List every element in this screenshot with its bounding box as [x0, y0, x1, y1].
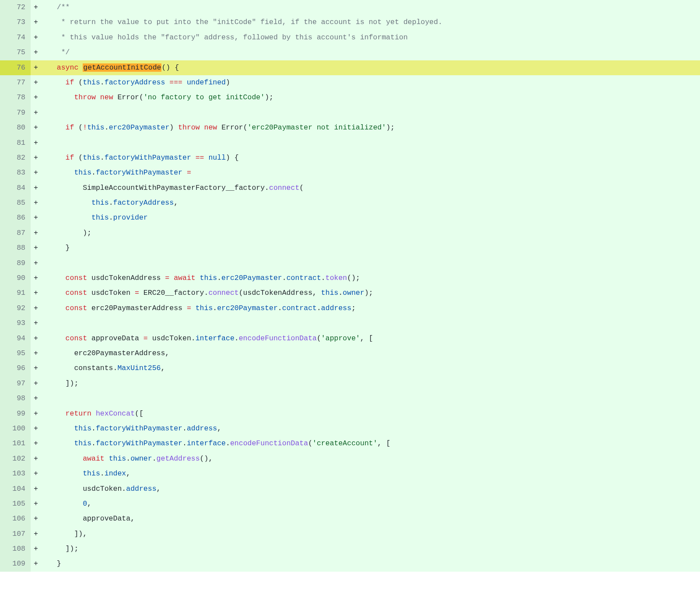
line-number[interactable]: 104 — [0, 482, 31, 496]
code-content[interactable]: await this.owner.getAddress(), — [41, 451, 700, 466]
code-content[interactable]: if (this.factoryAddress === undefined) — [41, 75, 700, 90]
line-number[interactable]: 107 — [0, 527, 31, 542]
code-content[interactable]: ]); — [41, 542, 700, 556]
diff-row[interactable]: 99+ return hexConcat([ — [0, 406, 700, 421]
line-number[interactable]: 90 — [0, 271, 31, 286]
code-content[interactable]: SimpleAccountWithPaymasterFactory__facto… — [41, 181, 700, 196]
diff-row[interactable]: 107+ ]), — [0, 527, 700, 542]
diff-row[interactable]: 102+ await this.owner.getAddress(), — [0, 451, 700, 466]
code-content[interactable]: usdcToken.address, — [41, 482, 700, 496]
diff-row[interactable]: 72+ /** — [0, 0, 700, 15]
diff-row[interactable]: 89+ — [0, 256, 700, 271]
code-content[interactable]: const usdcToken = ERC20__factory.connect… — [41, 286, 700, 301]
diff-row[interactable]: 92+ const erc20PaymasterAddress = this.e… — [0, 301, 700, 316]
line-number[interactable]: 86 — [0, 210, 31, 225]
code-content[interactable]: } — [41, 556, 700, 571]
code-content[interactable] — [41, 136, 700, 150]
line-number[interactable]: 93 — [0, 316, 31, 331]
code-content[interactable]: approveData, — [41, 511, 700, 526]
line-number[interactable]: 97 — [0, 376, 31, 391]
line-number[interactable]: 78 — [0, 90, 31, 105]
code-content[interactable]: const usdcTokenAddress = await this.erc2… — [41, 271, 700, 286]
diff-row[interactable]: 75+ */ — [0, 45, 700, 60]
line-number[interactable]: 106 — [0, 511, 31, 526]
line-number[interactable]: 101 — [0, 436, 31, 451]
line-number[interactable]: 89 — [0, 256, 31, 271]
line-number[interactable]: 91 — [0, 286, 31, 301]
code-content[interactable] — [41, 391, 700, 406]
line-number[interactable]: 87 — [0, 226, 31, 241]
diff-row[interactable]: 97+ ]); — [0, 376, 700, 391]
code-content[interactable]: const erc20PaymasterAddress = this.erc20… — [41, 301, 700, 316]
diff-row[interactable]: 105+ 0, — [0, 496, 700, 511]
diff-row[interactable]: 103+ this.index, — [0, 466, 700, 481]
diff-row[interactable]: 95+ erc20PaymasterAddress, — [0, 346, 700, 361]
line-number[interactable]: 88 — [0, 241, 31, 255]
diff-row[interactable]: 79+ — [0, 105, 700, 120]
code-content[interactable]: this.factoryWithPaymaster.address, — [41, 421, 700, 436]
line-number[interactable]: 83 — [0, 165, 31, 180]
diff-row[interactable]: 93+ — [0, 316, 700, 331]
code-content[interactable]: if (!this.erc20Paymaster) throw new Erro… — [41, 120, 700, 135]
line-number[interactable]: 100 — [0, 421, 31, 436]
line-number[interactable]: 80 — [0, 120, 31, 135]
diff-row[interactable]: 88+ } — [0, 241, 700, 255]
diff-row[interactable]: 94+ const approveData = usdcToken.interf… — [0, 331, 700, 346]
line-number[interactable]: 99 — [0, 406, 31, 421]
line-number[interactable]: 105 — [0, 496, 31, 511]
diff-row[interactable]: 78+ throw new Error('no factory to get i… — [0, 90, 700, 105]
line-number[interactable]: 103 — [0, 466, 31, 481]
line-number[interactable]: 95 — [0, 346, 31, 361]
line-number[interactable]: 98 — [0, 391, 31, 406]
line-number[interactable]: 73 — [0, 15, 31, 30]
line-number[interactable]: 85 — [0, 196, 31, 210]
diff-row[interactable]: 77+ if (this.factoryAddress === undefine… — [0, 75, 700, 90]
code-content[interactable]: /** — [41, 0, 700, 15]
line-number[interactable]: 108 — [0, 542, 31, 556]
diff-row[interactable]: 96+ constants.MaxUint256, — [0, 361, 700, 376]
diff-row[interactable]: 91+ const usdcToken = ERC20__factory.con… — [0, 286, 700, 301]
diff-row[interactable]: 81+ — [0, 136, 700, 150]
diff-row[interactable]: 86+ this.provider — [0, 210, 700, 225]
diff-row[interactable]: 98+ — [0, 391, 700, 406]
code-content[interactable] — [41, 256, 700, 271]
line-number[interactable]: 76 — [0, 60, 31, 75]
code-content[interactable]: 0, — [41, 496, 700, 511]
code-content[interactable]: ); — [41, 226, 700, 241]
line-number[interactable]: 77 — [0, 75, 31, 90]
code-content[interactable]: ]); — [41, 376, 700, 391]
code-content[interactable]: * return the value to put into the "init… — [41, 15, 700, 30]
code-content[interactable]: throw new Error('no factory to get initC… — [41, 90, 700, 105]
diff-row[interactable]: 106+ approveData, — [0, 511, 700, 526]
diff-row[interactable]: 108+ ]); — [0, 542, 700, 556]
code-content[interactable] — [41, 316, 700, 331]
diff-row[interactable]: 84+ SimpleAccountWithPaymasterFactory__f… — [0, 181, 700, 196]
code-content[interactable]: this.factoryWithPaymaster = — [41, 165, 700, 180]
line-number[interactable]: 92 — [0, 301, 31, 316]
diff-row[interactable]: 101+ this.factoryWithPaymaster.interface… — [0, 436, 700, 451]
diff-row[interactable]: 90+ const usdcTokenAddress = await this.… — [0, 271, 700, 286]
diff-row[interactable]: 76+ async getAccountInitCode() { — [0, 60, 700, 75]
line-number[interactable]: 82 — [0, 150, 31, 165]
code-content[interactable]: return hexConcat([ — [41, 406, 700, 421]
code-content[interactable]: this.index, — [41, 466, 700, 481]
diff-row[interactable]: 80+ if (!this.erc20Paymaster) throw new … — [0, 120, 700, 135]
code-content[interactable]: constants.MaxUint256, — [41, 361, 700, 376]
code-content[interactable]: if (this.factoryWithPaymaster == null) { — [41, 150, 700, 165]
diff-row[interactable]: 82+ if (this.factoryWithPaymaster == nul… — [0, 150, 700, 165]
diff-row[interactable]: 104+ usdcToken.address, — [0, 482, 700, 496]
line-number[interactable]: 72 — [0, 0, 31, 15]
diff-row[interactable]: 83+ this.factoryWithPaymaster = — [0, 165, 700, 180]
line-number[interactable]: 75 — [0, 45, 31, 60]
line-number[interactable]: 81 — [0, 136, 31, 150]
code-content[interactable]: this.provider — [41, 210, 700, 225]
diff-row[interactable]: 109+ } — [0, 556, 700, 571]
line-number[interactable]: 79 — [0, 105, 31, 120]
line-number[interactable]: 74 — [0, 30, 31, 45]
line-number[interactable]: 94 — [0, 331, 31, 346]
line-number[interactable]: 109 — [0, 556, 31, 571]
code-content[interactable] — [41, 105, 700, 120]
code-content[interactable]: this.factoryWithPaymaster.interface.enco… — [41, 436, 700, 451]
code-content[interactable]: } — [41, 241, 700, 255]
diff-row[interactable]: 100+ this.factoryWithPaymaster.address, — [0, 421, 700, 436]
